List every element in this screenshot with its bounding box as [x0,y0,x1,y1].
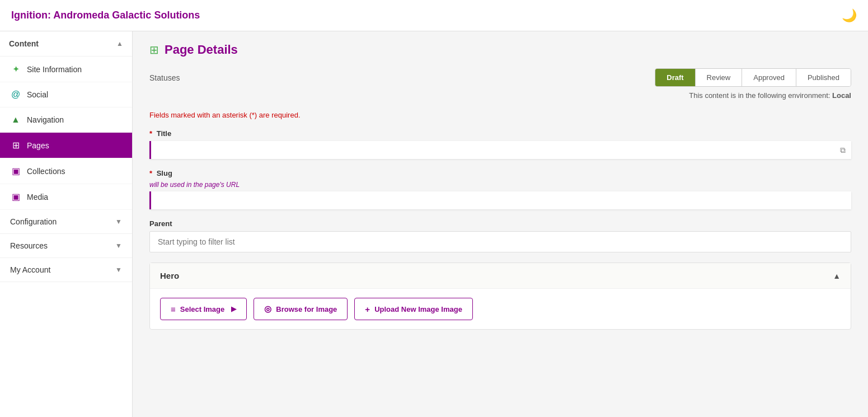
sidebar-item-label: Collections [27,167,65,176]
env-name: Local [832,91,851,100]
topbar: Ignition: Andromeda Galactic Solutions 🌙 [0,0,868,31]
title-field-label: * Title [149,129,851,138]
my-account-label: My Account [10,265,50,274]
sidebar-item-pages[interactable]: ⊞ Pages [0,133,132,158]
slug-required-asterisk: * [149,169,152,177]
status-buttons-group: Draft Review Approved Published [655,68,851,87]
page-title: Page Details [165,43,238,57]
status-published-button[interactable]: Published [796,69,851,86]
sidebar-item-media[interactable]: ▣ Media [0,184,132,210]
app-title: Ignition: Andromeda Galactic Solutions [11,10,200,21]
main-layout: Content ▲ ✦ Site Information @ Social ▲ … [0,31,868,417]
app-title-prefix: Ignition: [11,10,51,21]
statuses-label: Statuses [149,73,180,82]
media-icon: ▣ [10,191,21,202]
upload-image-icon: + [365,304,370,314]
configuration-chevron-icon: ▼ [115,218,122,226]
configuration-label: Configuration [10,217,57,226]
title-input[interactable] [149,141,851,159]
my-account-chevron-icon: ▼ [115,266,122,274]
parent-input[interactable] [149,231,851,252]
status-approved-button[interactable]: Approved [742,69,796,86]
hero-collapse-icon[interactable]: ▲ [833,271,841,280]
content-section-header[interactable]: Content ▲ [0,31,132,57]
env-note: This content is in the following environ… [149,91,851,100]
moon-icon[interactable]: 🌙 [842,8,857,23]
status-draft-button[interactable]: Draft [655,69,695,86]
sidebar-item-label: Social [27,90,48,99]
title-copy-icon: ⧉ [840,146,846,155]
my-account-section[interactable]: My Account ▼ [0,258,132,282]
sidebar: Content ▲ ✦ Site Information @ Social ▲ … [0,31,133,417]
slug-field-label: * Slug [149,169,851,177]
content-section-label: Content [9,39,39,48]
sidebar-item-label: Media [27,193,48,202]
page-details-icon: ⊞ [149,43,159,57]
resources-label: Resources [10,241,48,250]
status-review-button[interactable]: Review [696,69,743,86]
main-content: ⊞ Page Details Statuses Draft Review App… [133,31,868,417]
resources-chevron-icon: ▼ [115,242,122,250]
title-input-wrapper: ⧉ [149,141,851,159]
at-icon: @ [10,90,21,100]
page-title-row: ⊞ Page Details [149,43,851,57]
title-required-asterisk: * [149,129,152,138]
hero-body: ≡ Select Image ▶ ◎ Browse for Image + Up… [150,289,851,329]
sidebar-item-label: Pages [27,141,49,150]
navigation-icon: ▲ [10,115,21,125]
hero-header: Hero ▲ [150,263,851,289]
configuration-section[interactable]: Configuration ▼ [0,210,132,234]
sidebar-item-social[interactable]: @ Social [0,82,132,107]
browse-image-button[interactable]: ◎ Browse for Image [254,298,348,320]
slug-hint: will be used in the page's URL [149,181,851,189]
sidebar-item-site-information[interactable]: ✦ Site Information [0,57,132,82]
sidebar-item-label: Site Information [27,65,82,74]
parent-field-label: Parent [149,219,851,228]
sidebar-item-collections[interactable]: ▣ Collections [0,158,132,184]
collections-icon: ▣ [10,166,21,176]
select-image-button[interactable]: ≡ Select Image ▶ [160,298,247,320]
upload-image-button[interactable]: + Upload New Image Image [354,298,473,320]
slug-input[interactable] [149,191,851,209]
status-bar: Statuses Draft Review Approved Published [149,68,851,87]
sparkle-icon: ✦ [10,64,21,74]
sidebar-item-navigation[interactable]: ▲ Navigation [0,107,132,133]
app-title-suffix: Andromeda Galactic Solutions [53,10,200,21]
select-image-label: Select Image [180,305,225,313]
hero-section: Hero ▲ ≡ Select Image ▶ ◎ Browse for Ima… [149,263,851,330]
sidebar-item-label: Navigation [27,115,64,124]
hero-title: Hero [160,271,179,280]
pages-icon: ⊞ [10,140,21,151]
content-chevron-icon: ▲ [116,40,123,48]
env-note-prefix: This content is in the following environ… [689,91,830,100]
resources-section[interactable]: Resources ▼ [0,234,132,258]
upload-image-label: Upload New Image Image [374,305,462,313]
select-image-arrow-icon: ▶ [231,305,236,313]
required-note: Fields marked with an asterisk (*) are r… [149,111,851,119]
select-image-icon: ≡ [171,304,176,314]
browse-image-label: Browse for Image [276,305,337,313]
browse-image-icon: ◎ [264,304,271,314]
